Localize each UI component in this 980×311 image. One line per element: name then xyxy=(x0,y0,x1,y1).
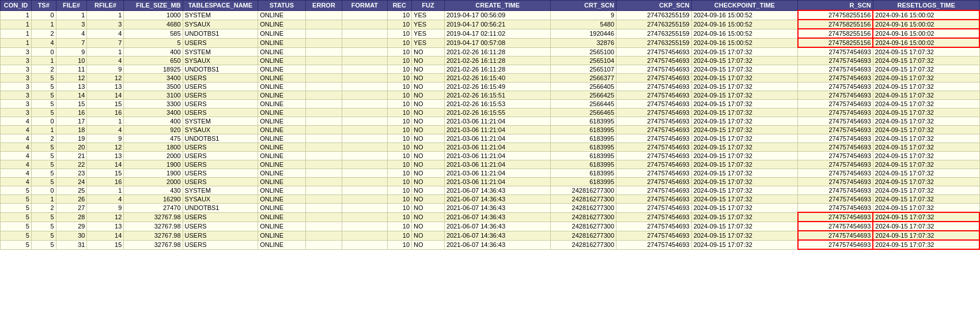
table-cell: 5 xyxy=(124,38,183,47)
table-cell: 5 xyxy=(31,83,56,91)
col-header-format: FORMAT xyxy=(342,1,387,11)
table-cell: 3 xyxy=(1,108,32,117)
table-cell: 3 xyxy=(1,65,32,74)
table-cell: ONLINE xyxy=(258,195,305,204)
table-cell xyxy=(305,126,342,134)
table-cell: 10 xyxy=(56,57,87,65)
table-cell xyxy=(305,186,342,195)
table-cell: 2565104 xyxy=(551,57,616,65)
table-cell: ONLINE xyxy=(258,231,305,240)
table-cell: 6183995 xyxy=(551,117,616,126)
table-cell: USERS xyxy=(183,152,258,160)
table-cell: 274757454693 xyxy=(616,231,692,240)
table-row: 3514143100USERSONLINE10NO2021-02-26 16:1… xyxy=(1,91,980,100)
table-cell: 2024-09-15 17:07:32 xyxy=(691,152,798,160)
table-cell xyxy=(305,222,342,231)
table-cell: 10 xyxy=(387,169,412,178)
table-cell: 10 xyxy=(387,117,412,126)
table-cell: 2024-09-15 17:07:32 xyxy=(691,186,798,195)
table-cell xyxy=(342,195,387,204)
table-cell: 12 xyxy=(56,74,87,83)
table-cell: ONLINE xyxy=(258,38,305,47)
table-cell: 19 xyxy=(56,134,87,143)
table-cell: NO xyxy=(412,204,445,213)
table-cell: 10 xyxy=(387,91,412,100)
table-row: 5126416290SYSAUXONLINE10NO2021-06-07 14:… xyxy=(1,195,980,204)
table-cell: 10 xyxy=(387,186,412,195)
table-cell xyxy=(305,47,342,57)
table-cell: 2024-09-15 17:07:32 xyxy=(873,160,979,169)
table-cell: 5 xyxy=(31,222,56,231)
table-cell: 2024-09-16 15:00:52 xyxy=(691,38,798,47)
table-cell: 1 xyxy=(31,126,56,134)
table-cell: NO xyxy=(412,143,445,152)
table-cell xyxy=(305,10,342,20)
table-cell: 274757454693 xyxy=(616,212,692,222)
table-cell: 5 xyxy=(1,231,32,240)
table-cell: 5 xyxy=(31,178,56,186)
table-cell: 274757454693 xyxy=(616,126,692,134)
table-cell: 2024-09-16 15:00:52 xyxy=(691,10,798,20)
table-cell: 4 xyxy=(87,195,124,204)
table-cell: SYSAUX xyxy=(183,195,258,204)
table-cell: USERS xyxy=(183,160,258,169)
table-cell: 9 xyxy=(551,10,616,20)
table-cell: 2024-09-15 17:07:32 xyxy=(691,57,798,65)
table-cell xyxy=(305,212,342,222)
table-cell: NO xyxy=(412,91,445,100)
table-cell: 1900 xyxy=(124,160,183,169)
table-cell: 2021-02-26 16:11:28 xyxy=(444,65,551,74)
table-cell: 2024-09-15 17:07:32 xyxy=(691,169,798,178)
table-cell: 274757454693 xyxy=(616,222,692,231)
table-row: 1244585UNDOTBS1ONLINE10YES2019-04-17 02:… xyxy=(1,29,980,38)
table-row: 11334680SYSAUXONLINE10YES2019-04-17 00:5… xyxy=(1,20,980,29)
table-cell xyxy=(342,10,387,20)
table-cell: 0 xyxy=(31,186,56,195)
table-cell: 5 xyxy=(31,108,56,117)
table-cell: 26 xyxy=(56,195,87,204)
table-cell: USERS xyxy=(183,38,258,47)
table-cell xyxy=(305,65,342,74)
table-cell: NO xyxy=(412,240,445,249)
table-cell: 2000 xyxy=(124,152,183,160)
table-cell: NO xyxy=(412,100,445,108)
table-cell: NO xyxy=(412,83,445,91)
table-cell: 2024-09-15 17:07:32 xyxy=(873,134,979,143)
table-cell xyxy=(342,186,387,195)
table-cell: 1 xyxy=(1,38,32,47)
table-cell: 274757454693 xyxy=(798,100,873,108)
table-cell: YES xyxy=(412,10,445,20)
table-cell: ONLINE xyxy=(258,134,305,143)
table-cell: 274757454693 xyxy=(798,74,873,83)
table-cell: 13 xyxy=(87,222,124,231)
table-cell: 10 xyxy=(387,143,412,152)
table-cell: 400 xyxy=(124,47,183,57)
table-cell: 14 xyxy=(56,91,87,100)
table-cell: 1 xyxy=(56,10,87,20)
table-cell xyxy=(342,143,387,152)
table-row: 42199475UNDOTBS1ONLINE10NO2021-03-06 11:… xyxy=(1,134,980,143)
table-cell xyxy=(342,47,387,57)
table-cell: 274757454693 xyxy=(798,152,873,160)
table-cell: 4 xyxy=(1,160,32,169)
col-header-checkpoint-time: CHECKPOINT_TIME xyxy=(691,1,798,11)
table-cell: 9 xyxy=(87,204,124,213)
table-cell: 2024-09-15 17:07:32 xyxy=(691,240,798,249)
table-cell: ONLINE xyxy=(258,186,305,195)
table-cell: 2024-09-15 17:07:32 xyxy=(691,143,798,152)
table-cell: 274757454693 xyxy=(616,143,692,152)
table-cell: 274757454693 xyxy=(616,204,692,213)
table-cell: 2021-06-07 14:36:43 xyxy=(444,240,551,249)
table-cell: NO xyxy=(412,74,445,83)
table-cell: 274757454693 xyxy=(798,47,873,57)
table-cell: 2024-09-15 17:07:32 xyxy=(691,47,798,57)
table-cell: NO xyxy=(412,65,445,74)
table-cell: 2024-09-15 17:07:32 xyxy=(873,57,979,65)
table-cell: 16290 xyxy=(124,195,183,204)
table-cell: 16 xyxy=(87,108,124,117)
table-cell: 5 xyxy=(31,152,56,160)
table-cell: ONLINE xyxy=(258,169,305,178)
table-cell: 10 xyxy=(387,65,412,74)
table-cell: 18925 xyxy=(124,65,183,74)
table-cell: 274757454693 xyxy=(798,231,873,240)
